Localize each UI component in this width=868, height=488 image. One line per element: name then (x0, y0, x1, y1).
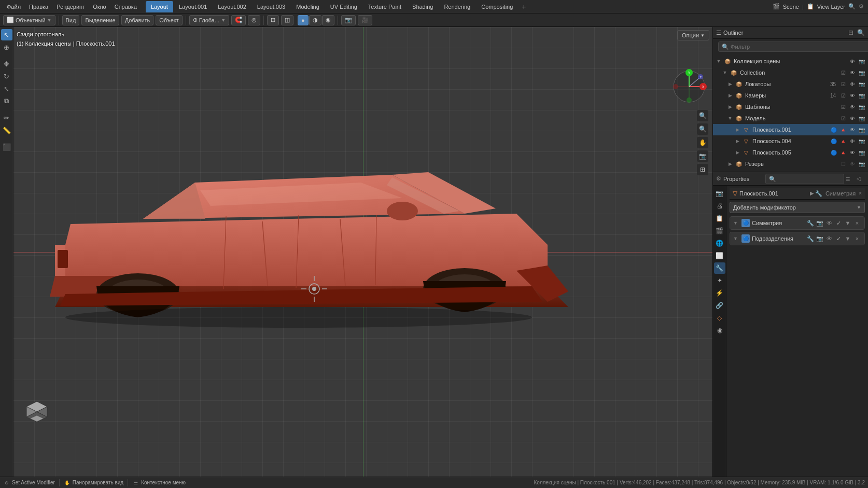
props-output-icon[interactable]: 🖨 (714, 200, 725, 212)
templates-eye[interactable]: 👁 (848, 103, 857, 111)
snap-btn[interactable]: 🧲 (231, 15, 246, 25)
model-check[interactable]: ☑ (839, 114, 847, 122)
pivot-btn[interactable]: ⊕ Глоба... ▼ (189, 15, 229, 25)
props-object-icon[interactable]: ⬜ (714, 250, 725, 261)
obj-close-icon[interactable]: × (859, 190, 862, 197)
sub-cam-icon[interactable]: 📷 (816, 234, 824, 243)
select-tool-btn[interactable]: ↖ (1, 29, 12, 40)
reserve-check[interactable]: ☐ (839, 160, 847, 168)
menu-file[interactable]: Файл (3, 3, 24, 11)
templates-check[interactable]: ☑ (839, 103, 847, 111)
props-search-input[interactable] (765, 174, 844, 184)
tree-item-plane005[interactable]: ▶ ▽ Плоскость.005 🔵 🔺 👁 📷 (713, 147, 868, 158)
plane005-render[interactable]: 📷 (858, 148, 866, 157)
plane004-eye[interactable]: 👁 (848, 137, 857, 145)
proportional-btn[interactable]: ◎ (248, 15, 260, 25)
tree-item-locators[interactable]: ▶ 📦 Локаторы 35 ☑ 👁 📷 (713, 78, 868, 90)
camera-view-btn[interactable]: 📷 (341, 15, 356, 25)
zoom-out-btn[interactable]: 🔍 (697, 123, 708, 135)
sym-chevron-down[interactable]: ▼ (844, 219, 852, 227)
props-render-icon[interactable]: 📷 (714, 188, 725, 199)
plane004-render[interactable]: 📷 (858, 137, 866, 145)
tree-item-cameras[interactable]: ▶ 📦 Камеры 14 ☑ 👁 📷 (713, 90, 868, 101)
viewport-render-btn[interactable]: 🎥 (358, 15, 372, 25)
sub-close-btn[interactable]: × (853, 234, 861, 243)
settings-icon[interactable]: ⚙ (859, 3, 864, 10)
cameras-eye[interactable]: 👁 (848, 91, 857, 100)
add-modifier-button[interactable]: Добавить модификатор ▼ (730, 202, 865, 213)
tab-layout[interactable]: Layout (146, 1, 173, 12)
tab-layout001[interactable]: Layout.001 (174, 1, 212, 12)
plane001-render[interactable]: 📷 (858, 126, 866, 134)
reserve-render[interactable]: 📷 (858, 160, 866, 168)
menu-help[interactable]: Справка (111, 3, 141, 11)
zoom-in-btn[interactable]: 🔍 (697, 110, 708, 121)
locators-render[interactable]: 📷 (858, 80, 866, 88)
plane005-eye[interactable]: 👁 (848, 148, 857, 157)
rotate-tool-btn[interactable]: ↻ (1, 71, 12, 82)
render-icon[interactable]: 📷 (858, 57, 866, 65)
tree-item-plane001[interactable]: ▶ ▽ Плоскость.001 🔵 🔺 👁 📷 (713, 124, 868, 135)
object-menu-btn[interactable]: Объект (156, 15, 182, 25)
plane001-modifier1[interactable]: 🔵 (830, 126, 838, 134)
props-world-icon[interactable]: 🌐 (714, 238, 725, 249)
col-eye-icon[interactable]: 👁 (848, 68, 857, 77)
plane004-modifier1[interactable]: 🔵 (830, 137, 838, 145)
overlay-btn[interactable]: ⊞ (267, 15, 279, 25)
tree-item-collection[interactable]: ▼ 📦 Collection ☑ 👁 📷 (713, 67, 868, 78)
tree-item-reserve[interactable]: ▶ 📦 Резерв ☐ 👁 📷 (713, 158, 868, 170)
props-expand-btn[interactable]: ◁ (857, 174, 865, 184)
tab-rendering[interactable]: Rendering (439, 1, 475, 12)
sym-close-btn[interactable]: × (853, 219, 861, 227)
props-material-icon[interactable]: ◉ (714, 325, 725, 336)
subdivision-expand-icon[interactable]: ▼ (733, 236, 739, 241)
sym-check-icon[interactable]: ✓ (834, 219, 843, 227)
sym-wrench1[interactable]: 🔧 (806, 219, 815, 227)
sub-check-icon[interactable]: ✓ (834, 234, 843, 243)
props-data-icon[interactable]: ◇ (714, 312, 725, 324)
locators-check[interactable]: ☑ (839, 80, 847, 88)
model-eye[interactable]: 👁 (848, 114, 857, 122)
sub-wrench1[interactable]: 🔧 (806, 234, 815, 243)
tab-uv-editing[interactable]: UV Editing (325, 1, 362, 12)
reserve-eye[interactable]: 👁 (848, 160, 857, 168)
move-tool-btn[interactable]: ✥ (1, 58, 12, 69)
annotate-tool-btn[interactable]: ✏ (1, 112, 12, 123)
locators-eye[interactable]: 👁 (848, 80, 857, 88)
navigation-gizmo[interactable]: X Y Z (671, 68, 707, 105)
plane004-modifier2[interactable]: 🔺 (839, 137, 847, 145)
props-modifier-icon[interactable]: 🔧 (714, 262, 725, 274)
col-checkbox[interactable]: ☑ (839, 68, 847, 77)
sym-eye-icon[interactable]: 👁 (825, 219, 833, 227)
xray-btn[interactable]: ◫ (281, 15, 293, 25)
tab-modeling[interactable]: Modeling (291, 1, 325, 12)
plane005-modifier1[interactable]: 🔵 (830, 148, 838, 157)
tab-layout003[interactable]: Layout.003 (252, 1, 290, 12)
view-menu-btn[interactable]: Вид (62, 15, 80, 25)
sym-cam-icon[interactable]: 📷 (816, 219, 824, 227)
props-filter-btn[interactable]: ≡ (846, 174, 855, 184)
col-render-icon[interactable]: 📷 (858, 68, 866, 77)
add-menu-btn[interactable]: Добавить (121, 15, 154, 25)
cursor-tool-btn[interactable]: ⊕ (1, 41, 12, 53)
cameras-render[interactable]: 📷 (858, 91, 866, 100)
tree-item-model[interactable]: ▼ 📦 Модель ☑ 👁 📷 (713, 113, 868, 124)
hand-tool-btn[interactable]: ✋ (697, 137, 708, 148)
orientation-cube[interactable] (24, 399, 50, 425)
props-particles-icon[interactable]: ✦ (714, 275, 725, 286)
tree-item-plane004[interactable]: ▶ ▽ Плоскость.004 🔵 🔺 👁 📷 (713, 135, 868, 147)
tab-layout002[interactable]: Layout.002 (213, 1, 251, 12)
transform-tool-btn[interactable]: ⧉ (1, 95, 12, 107)
outliner-filter-icon[interactable]: ⊟ (847, 29, 855, 37)
measure-tool-btn[interactable]: 📏 (1, 124, 12, 136)
material-preview-btn[interactable]: ◑ (309, 15, 321, 25)
add-workspace-button[interactable]: + (519, 2, 529, 12)
model-render[interactable]: 📷 (858, 114, 866, 122)
outliner-search-icon[interactable]: 🔍 (857, 29, 865, 37)
sub-chevron-down[interactable]: ▼ (844, 234, 852, 243)
camera-btn[interactable]: 📷 (697, 150, 708, 162)
tab-compositing[interactable]: Compositing (476, 1, 518, 12)
render-preview-btn[interactable]: ◉ (322, 15, 334, 25)
symmetry-expand-icon[interactable]: ▼ (733, 220, 739, 226)
tab-texture-paint[interactable]: Texture Paint (363, 1, 407, 12)
